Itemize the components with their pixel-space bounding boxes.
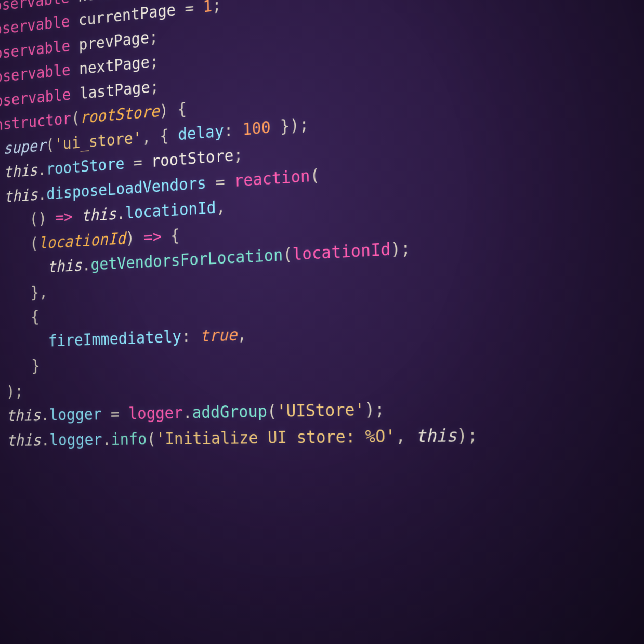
token-punct: . [102,429,111,449]
token-punct: = [206,171,234,192]
token-this: this [4,161,37,181]
token-punct [0,406,7,425]
token-punct: }); [270,114,309,136]
token-this: this [4,185,38,206]
token-punct: ) { [159,99,187,120]
token-punct [72,206,81,226]
token-punct: ( [0,234,38,256]
token-punct: , [237,324,247,344]
token-this: this [415,425,457,445]
token-ident: reaction [234,166,310,190]
token-prop: logger [49,404,101,424]
token-punct: ); [456,425,478,445]
token-punct: ; [149,52,159,72]
token-punct: ( [147,429,156,448]
token-punct: ) [125,228,143,247]
token-punct: } [0,357,40,377]
token-punct: . [38,185,47,203]
code-editor-viewport: @observable p...@observable networkStatu… [0,0,644,644]
token-this: this [81,204,116,225]
token-propD: rootStore [151,146,234,170]
code-sheet[interactable]: @observable p...@observable networkStatu… [0,0,644,478]
token-propD: prevPage [78,28,149,54]
token-punct: ); [0,382,23,401]
token-punct: ; [212,0,221,15]
token-punct: . [116,204,126,223]
token-prop: locationId [125,198,216,222]
token-this: this [6,405,41,425]
token-prop: fireImmediately [48,326,182,350]
token-param: rootStore [80,101,160,127]
token-punct: { [161,225,180,245]
token-str: 'ui_store' [54,128,142,153]
token-punct: = [124,152,151,173]
token-bool: true [200,324,237,345]
token-propD: nextPage [79,52,150,78]
token-punct [0,431,7,450]
token-punct: , [216,197,226,217]
token-num: 100 [242,117,271,138]
token-punct: = [176,0,203,19]
token-punct: ( [46,135,55,154]
token-param: locationId [38,229,126,252]
token-punct: . [37,160,46,179]
token-bkw: super [3,136,46,157]
token-punct: = [101,404,128,423]
token-punct: }, [0,282,48,304]
token-kw: => [55,207,73,227]
token-str: 'UIStore' [277,399,365,420]
token-fn: info [111,429,147,448]
token-punct: ( [267,401,277,421]
token-punct: . [82,255,90,274]
token-punct: , [395,425,416,445]
token-punct: () [0,208,56,231]
token-punct: ( [310,165,320,185]
token-punct: ); [390,238,411,259]
token-kw: constructor [0,109,71,135]
token-num: 1 [203,0,212,16]
token-prop: logger [49,430,102,449]
token-propD: lastPage [80,77,150,102]
token-punct: ( [71,109,80,128]
token-punct: , { [142,125,178,147]
token-punct: ); [364,399,385,419]
token-fn: addGroup [192,401,267,422]
token-punct [0,258,47,280]
token-punct: ; [233,145,243,165]
token-punct: : [181,326,200,346]
token-punct: . [41,405,49,424]
token-punct: : [224,120,243,140]
token-str: 'Initialize UI store: %O' [156,426,396,448]
token-kw: => [143,227,162,246]
token-punct: ( [283,244,293,264]
token-prop: delay [178,121,224,144]
token-ident: logger [128,403,183,423]
token-this: this [7,430,41,449]
token-punct [0,332,48,352]
token-punct: . [41,430,50,449]
token-prop: rootStore [46,154,124,178]
token-ident: locationId [292,239,391,264]
token-punct: ; [150,76,159,96]
token-punct: ; [149,27,159,47]
token-punct: . [182,403,192,422]
token-this: this [47,256,82,276]
token-punct: { [0,307,40,328]
